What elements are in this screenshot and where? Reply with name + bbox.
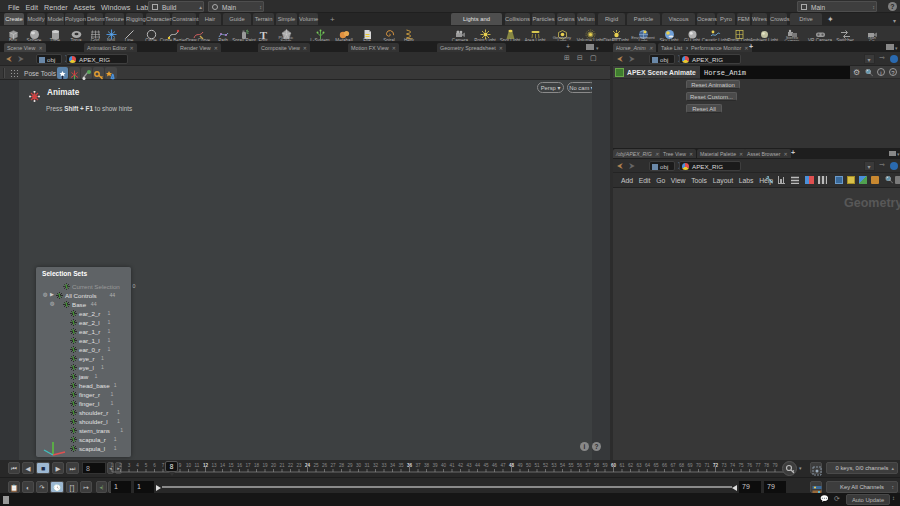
svg-text:74: 74 (730, 463, 736, 468)
svg-text:24: 24 (305, 463, 311, 468)
svg-text:9: 9 (179, 463, 182, 468)
svg-text:71: 71 (704, 463, 710, 468)
svg-text:46: 46 (492, 463, 498, 468)
svg-text:28: 28 (339, 463, 345, 468)
svg-text:20: 20 (271, 463, 277, 468)
svg-text:42: 42 (458, 463, 464, 468)
svg-text:51: 51 (534, 463, 540, 468)
svg-text:30: 30 (356, 463, 362, 468)
svg-text:45: 45 (483, 463, 489, 468)
svg-text:56: 56 (577, 463, 583, 468)
svg-text:22: 22 (288, 463, 294, 468)
svg-text:38: 38 (424, 463, 430, 468)
svg-text:72: 72 (713, 463, 719, 468)
svg-text:67: 67 (670, 463, 676, 468)
svg-text:68: 68 (679, 463, 685, 468)
svg-text:64: 64 (645, 463, 651, 468)
svg-text:65: 65 (653, 463, 659, 468)
svg-text:57: 57 (585, 463, 591, 468)
svg-text:33: 33 (381, 463, 387, 468)
svg-text:27: 27 (330, 463, 336, 468)
svg-text:53: 53 (551, 463, 557, 468)
svg-text:2: 2 (119, 463, 122, 468)
svg-text:76: 76 (747, 463, 753, 468)
svg-text:3: 3 (128, 463, 131, 468)
svg-text:15: 15 (228, 463, 234, 468)
svg-text:43: 43 (466, 463, 472, 468)
svg-text:78: 78 (764, 463, 770, 468)
svg-text:16: 16 (237, 463, 243, 468)
svg-text:52: 52 (543, 463, 549, 468)
svg-text:31: 31 (364, 463, 370, 468)
svg-text:79: 79 (772, 463, 778, 468)
svg-text:26: 26 (322, 463, 328, 468)
svg-text:70: 70 (696, 463, 702, 468)
svg-text:6: 6 (153, 463, 156, 468)
svg-text:12: 12 (203, 463, 209, 468)
svg-text:17: 17 (245, 463, 251, 468)
svg-text:14: 14 (220, 463, 226, 468)
svg-text:77: 77 (755, 463, 761, 468)
svg-text:55: 55 (568, 463, 574, 468)
svg-text:5: 5 (145, 463, 148, 468)
svg-text:23: 23 (296, 463, 302, 468)
svg-text:54: 54 (560, 463, 566, 468)
svg-text:62: 62 (628, 463, 634, 468)
svg-text:19: 19 (262, 463, 268, 468)
svg-text:10: 10 (186, 463, 192, 468)
svg-text:11: 11 (195, 463, 200, 468)
svg-text:41: 41 (449, 463, 455, 468)
svg-text:75: 75 (738, 463, 744, 468)
svg-text:69: 69 (687, 463, 693, 468)
svg-text:35: 35 (398, 463, 404, 468)
svg-text:61: 61 (619, 463, 625, 468)
svg-text:21: 21 (279, 463, 285, 468)
svg-text:1: 1 (111, 463, 114, 468)
svg-text:48: 48 (509, 463, 515, 468)
svg-text:59: 59 (602, 463, 608, 468)
svg-text:44: 44 (475, 463, 481, 468)
svg-text:13: 13 (211, 463, 217, 468)
svg-text:34: 34 (390, 463, 396, 468)
svg-text:25: 25 (313, 463, 319, 468)
svg-text:18: 18 (254, 463, 260, 468)
svg-text:40: 40 (441, 463, 447, 468)
svg-text:37: 37 (415, 463, 421, 468)
svg-text:58: 58 (594, 463, 600, 468)
svg-text:29: 29 (347, 463, 353, 468)
svg-text:63: 63 (636, 463, 642, 468)
svg-text:36: 36 (407, 463, 413, 468)
svg-text:39: 39 (432, 463, 438, 468)
svg-text:47: 47 (500, 463, 506, 468)
svg-text:49: 49 (517, 463, 523, 468)
svg-text:60: 60 (611, 463, 617, 468)
svg-text:32: 32 (373, 463, 379, 468)
svg-text:50: 50 (526, 463, 532, 468)
svg-text:4: 4 (136, 463, 139, 468)
svg-text:73: 73 (721, 463, 727, 468)
svg-text:66: 66 (662, 463, 668, 468)
